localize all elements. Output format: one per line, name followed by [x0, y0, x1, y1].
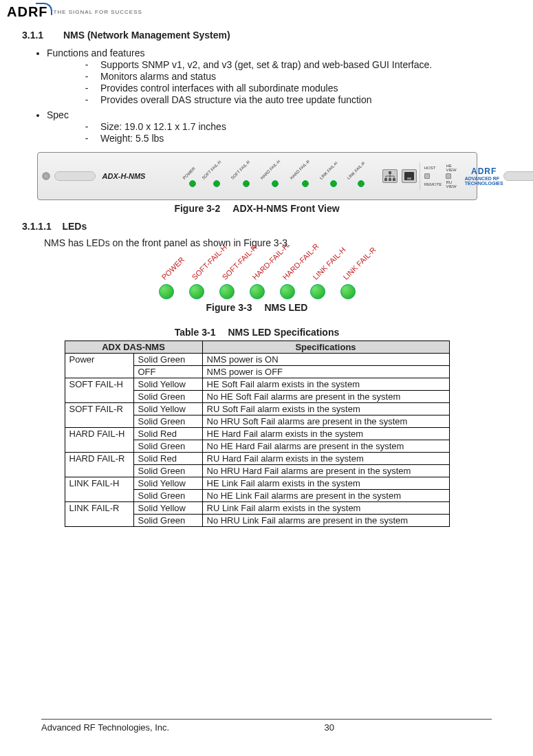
header-logo-row: ADRF THE SIGNAL FOR SUCCESS [0, 0, 533, 20]
led-dot-icon [189, 180, 196, 187]
dash-icon: - [84, 121, 89, 132]
switch-button-icon [424, 173, 430, 179]
panel-led-row: POWER SOFT FAIL-H SOFT FAIL-R HARD FAIL-… [185, 165, 373, 187]
cell-led-state: Solid Red [133, 428, 202, 440]
table-label: Table 3-1 [175, 327, 216, 338]
bullet-functions: Functions and features -Supports SNMP v1… [47, 47, 492, 105]
table-3-1-caption: Table 3-1NMS LED Specifications [22, 327, 492, 338]
footer-page: 30 [325, 722, 334, 733]
cell-led-state: Solid Green [133, 391, 202, 403]
cell-led-state: OFF [133, 366, 202, 378]
figure-3-3-caption: Figure 3-3NMS LED [22, 302, 492, 313]
table-row: LINK FAIL-RSolid YellowRU Link Fail alar… [65, 502, 449, 515]
table-row: SOFT FAIL-HSolid YellowHE Soft Fail alar… [65, 378, 449, 391]
led-dot-icon [243, 180, 250, 187]
cell-led-spec: No HRU Link Fail alarms are present in t… [202, 515, 449, 527]
table-title: NMS LED Specifications [228, 327, 339, 338]
table-row: HARD FAIL-HSolid RedHE Hard Fail alarm e… [65, 428, 449, 440]
cell-led-spec: RU Link Fail alarm exists in the system [202, 502, 449, 515]
rack-slot-icon [503, 171, 533, 181]
svg-rect-3 [393, 178, 395, 181]
cell-led-spec: No HRU Soft Fail alarms are present in t… [202, 415, 449, 428]
led-dot-icon [302, 180, 309, 187]
cell-led-state: Solid Green [133, 465, 202, 477]
cell-led-spec: No HE Hard Fail alarms are present in th… [202, 440, 449, 453]
led-dot-icon [330, 180, 337, 187]
cell-led-spec: NMS power is OFF [202, 366, 449, 378]
cell-led-state: Solid Red [133, 453, 202, 465]
dash-item: -Supports SNMP v1, v2, and v3 (get, set … [84, 59, 492, 70]
cell-led-name: HARD FAIL-R [65, 453, 133, 477]
led-dot-icon [213, 180, 220, 187]
spec-dash-list: -Size: 19.0 x 12.1 x 1.7 inches -Weight:… [47, 121, 492, 144]
rack-slot-icon [54, 171, 96, 181]
led-dot-icon [159, 284, 174, 299]
page-footer: Advanced RF Technologies, Inc. 30 . [41, 719, 492, 733]
cell-led-spec: RU Soft Fail alarm exists in the system [202, 403, 449, 415]
top-bullet-list: Functions and features -Supports SNMP v1… [22, 47, 492, 144]
network-port-icon [382, 169, 398, 183]
heading-3-1-1: 3.1.1 NMS (Network Management System) [22, 30, 492, 41]
cell-led-state: Solid Green [133, 440, 202, 453]
cell-led-state: Solid Green [133, 415, 202, 428]
dash-icon: - [84, 71, 89, 82]
heading-number: 3.1.1 [22, 30, 61, 41]
panel-led: LINK FAIL-R [349, 165, 373, 187]
led-dot-icon [189, 284, 204, 299]
svg-rect-2 [389, 178, 391, 181]
table-row: PowerSolid GreenNMS power is ON [65, 354, 449, 366]
functions-dash-list: -Supports SNMP v1, v2, and v3 (get, set … [47, 59, 492, 105]
fig-label: Figure 3-2 [174, 203, 220, 214]
nms-led: HARD-FAIL-R [280, 284, 295, 299]
dash-icon: - [84, 133, 89, 144]
heading-title: LEDs [62, 221, 87, 232]
nms-led-label: POWER [160, 255, 186, 281]
logo-text: ADRF [7, 4, 48, 20]
cell-led-state: Solid Green [133, 354, 202, 366]
cell-led-state: Solid Yellow [133, 378, 202, 391]
cell-led-spec: No HE Link Fail alarms are present in th… [202, 490, 449, 502]
switch-label-host: HOST [424, 166, 442, 170]
cell-led-spec: No HRU Hard Fail alarms are present in t… [202, 465, 449, 477]
nms-led: LINK FAIL-R [340, 284, 356, 299]
dash-text: Size: 19.0 x 12.1 x 1.7 inches [100, 121, 492, 132]
dash-icon: - [84, 94, 89, 105]
dash-icon: - [84, 83, 89, 94]
dash-item: -Provides overall DAS structure via the … [84, 94, 492, 105]
cell-led-state: Solid Green [133, 490, 202, 502]
dash-item: -Monitors alarms and status [84, 71, 492, 82]
dash-text: Provides overall DAS structure via the a… [100, 94, 492, 105]
nms-led: LINK FAIL-H [310, 284, 325, 299]
cell-led-name: SOFT FAIL-R [65, 403, 133, 428]
page-content: 3.1.1 NMS (Network Management System) Fu… [0, 20, 533, 527]
screw-icon [42, 172, 50, 180]
cell-led-state: Solid Green [133, 515, 202, 527]
table-row: SOFT FAIL-RSolid YellowRU Soft Fail alar… [65, 403, 449, 415]
switch-button-icon [446, 173, 451, 179]
led-dot-icon [219, 284, 235, 299]
cell-led-spec: No HE Soft Fail alarms are present in th… [202, 391, 449, 403]
switch-label-remote: REMOTE [424, 182, 442, 186]
panel-led-label: POWER [174, 158, 196, 180]
front-panel-diagram: ADX-H-NMS POWER SOFT FAIL-H SOFT FAIL-R … [37, 152, 477, 200]
heading-title: NMS (Network Management System) [63, 30, 230, 41]
cell-led-spec: NMS power is ON [202, 354, 449, 366]
logo-wave-icon [36, 3, 52, 15]
dash-text: Provides control interfaces with all sub… [100, 83, 492, 94]
table-row: LINK FAIL-HSolid YellowHE Link Fail alar… [65, 477, 449, 490]
led-dot-icon [280, 284, 295, 299]
cell-led-name: LINK FAIL-H [65, 477, 133, 502]
panel-model-label: ADX-H-NMS [102, 172, 157, 180]
fig-label: Figure 3-3 [206, 302, 252, 313]
nms-led: HARD-FAIL-H [250, 284, 265, 299]
bullet-functions-label: Functions and features [47, 47, 144, 58]
led-dot-icon [250, 284, 265, 299]
dash-text: Weight: 5.5 lbs [100, 133, 492, 144]
table-row: HARD FAIL-RSolid RedRU Hard Fail alarm e… [65, 453, 449, 465]
cell-led-name: HARD FAIL-H [65, 428, 133, 453]
switch-label-ruview: RU VIEW [446, 180, 456, 188]
led-dot-icon [310, 284, 325, 299]
led-dot-icon [358, 180, 365, 187]
dash-icon: - [84, 59, 89, 70]
dash-item: -Size: 19.0 x 12.1 x 1.7 inches [84, 121, 492, 132]
